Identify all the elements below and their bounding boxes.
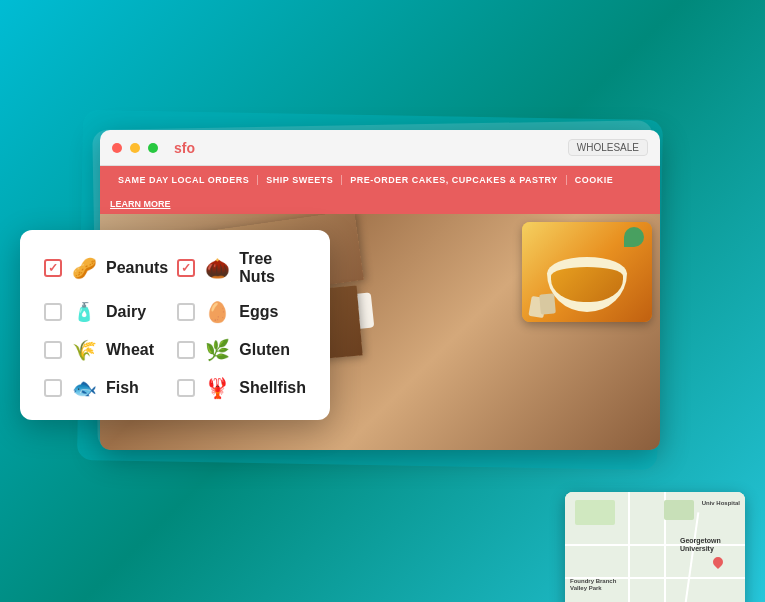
nav-item-same-day[interactable]: SAME DAY LOCAL ORDERS: [110, 175, 258, 185]
map-content: Univ Hospital Georgetown University Foun…: [565, 492, 745, 602]
dip-image: [522, 222, 652, 322]
peanuts-checkbox[interactable]: [44, 259, 62, 277]
dairy-checkbox[interactable]: [44, 303, 62, 321]
close-dot[interactable]: [112, 143, 122, 153]
nav-bar: SAME DAY LOCAL ORDERS SHIP SWEETS PRE-OR…: [100, 166, 660, 194]
tree-nuts-label: Tree Nuts: [239, 250, 306, 286]
eggs-checkbox[interactable]: [177, 303, 195, 321]
nav-item-cookie[interactable]: COOKIE: [567, 175, 622, 185]
allergen-item-fish[interactable]: 🐟 Fish: [44, 376, 169, 400]
browser-bar: sfo WHOLESALE: [100, 130, 660, 166]
wheat-checkbox[interactable]: [44, 341, 62, 359]
gluten-checkbox[interactable]: [177, 341, 195, 359]
peanuts-icon: 🥜: [72, 256, 96, 280]
map-thumbnail[interactable]: Univ Hospital Georgetown University Foun…: [565, 492, 745, 602]
allergen-item-gluten[interactable]: 🌿 Gluten: [177, 338, 306, 362]
tree-nuts-icon: 🌰: [205, 256, 229, 280]
allergen-item-eggs[interactable]: 🥚 Eggs: [177, 300, 306, 324]
map-label-foundry: Foundry Branch Valley Park: [570, 578, 625, 592]
shellfish-icon: 🦞: [205, 376, 229, 400]
fish-label: Fish: [106, 379, 139, 397]
allergen-item-shellfish[interactable]: 🦞 Shellfish: [177, 376, 306, 400]
allergen-item-tree-nuts[interactable]: 🌰 Tree Nuts: [177, 250, 306, 286]
allergen-grid: 🥜 Peanuts 🌰 Tree Nuts 🧴 Dairy 🥚 Eggs 🌾 W…: [44, 250, 306, 400]
learn-more-bar: LEARN MORE: [100, 194, 660, 214]
eggs-label: Eggs: [239, 303, 278, 321]
fish-checkbox[interactable]: [44, 379, 62, 397]
eggs-icon: 🥚: [205, 300, 229, 324]
shellfish-label: Shellfish: [239, 379, 306, 397]
wheat-label: Wheat: [106, 341, 154, 359]
wheat-icon: 🌾: [72, 338, 96, 362]
wholesale-badge: WHOLESALE: [568, 139, 648, 156]
site-logo: sfo: [174, 140, 195, 156]
maximize-dot[interactable]: [148, 143, 158, 153]
map-label-university: Georgetown University: [680, 537, 740, 554]
dairy-label: Dairy: [106, 303, 146, 321]
allergen-filter-card: 🥜 Peanuts 🌰 Tree Nuts 🧴 Dairy 🥚 Eggs 🌾 W…: [20, 230, 330, 420]
allergen-item-peanuts[interactable]: 🥜 Peanuts: [44, 250, 169, 286]
dairy-icon: 🧴: [72, 301, 96, 323]
allergen-item-wheat[interactable]: 🌾 Wheat: [44, 338, 169, 362]
shellfish-checkbox[interactable]: [177, 379, 195, 397]
nav-item-preorder[interactable]: PRE-ORDER CAKES, CUPCAKES & PASTRY: [342, 175, 567, 185]
food-thumbnail-dip: [522, 222, 652, 322]
fish-icon: 🐟: [72, 376, 96, 400]
tree-nuts-checkbox[interactable]: [177, 259, 195, 277]
allergen-item-dairy[interactable]: 🧴 Dairy: [44, 300, 169, 324]
map-label-hospital: Univ Hospital: [702, 500, 740, 506]
minimize-dot[interactable]: [130, 143, 140, 153]
learn-more-link[interactable]: LEARN MORE: [110, 199, 171, 209]
peanuts-label: Peanuts: [106, 259, 168, 277]
gluten-label: Gluten: [239, 341, 290, 359]
nav-item-ship[interactable]: SHIP SWEETS: [258, 175, 342, 185]
gluten-icon: 🌿: [205, 338, 229, 362]
